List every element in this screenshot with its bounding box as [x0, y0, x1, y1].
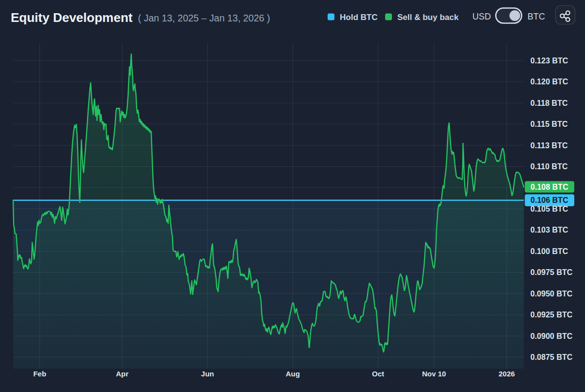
svg-text:Apr: Apr	[116, 370, 129, 378]
svg-text:0.115 BTC: 0.115 BTC	[530, 120, 568, 128]
svg-text:Hold BTC: Hold BTC	[340, 13, 377, 22]
svg-text:0.0875 BTC: 0.0875 BTC	[530, 353, 573, 361]
svg-text:USD: USD	[472, 12, 491, 21]
svg-text:Sell & buy back: Sell & buy back	[397, 13, 459, 22]
svg-text:BTC: BTC	[527, 12, 545, 21]
svg-text:0.110 BTC: 0.110 BTC	[530, 162, 568, 171]
svg-text:0.100 BTC: 0.100 BTC	[530, 247, 568, 255]
svg-text:Feb: Feb	[33, 370, 46, 378]
svg-text:0.106 BTC: 0.106 BTC	[530, 196, 568, 204]
svg-text:Nov 10: Nov 10	[422, 370, 446, 378]
svg-text:0.120 BTC: 0.120 BTC	[530, 78, 568, 86]
svg-text:0.0950 BTC: 0.0950 BTC	[530, 290, 573, 298]
svg-text:0.105 BTC: 0.105 BTC	[530, 205, 568, 213]
svg-text:Oct: Oct	[372, 370, 384, 378]
svg-text:( Jan 13, 2025 – Jan 13, 2026: ( Jan 13, 2025 – Jan 13, 2026 )	[138, 13, 270, 23]
svg-text:0.103 BTC: 0.103 BTC	[530, 226, 568, 234]
svg-text:Jun: Jun	[201, 370, 214, 378]
svg-text:2026: 2026	[499, 370, 515, 378]
svg-text:0.113 BTC: 0.113 BTC	[530, 141, 568, 150]
svg-text:0.108 BTC: 0.108 BTC	[530, 183, 568, 191]
svg-text:0.118 BTC: 0.118 BTC	[530, 99, 568, 107]
svg-text:Equity Development: Equity Development	[11, 10, 133, 25]
svg-text:0.0975 BTC: 0.0975 BTC	[530, 268, 573, 276]
svg-text:0.0925 BTC: 0.0925 BTC	[530, 311, 573, 319]
svg-text:Aug: Aug	[286, 370, 300, 378]
svg-text:0.0900 BTC: 0.0900 BTC	[530, 332, 573, 340]
svg-text:0.123 BTC: 0.123 BTC	[530, 57, 568, 65]
